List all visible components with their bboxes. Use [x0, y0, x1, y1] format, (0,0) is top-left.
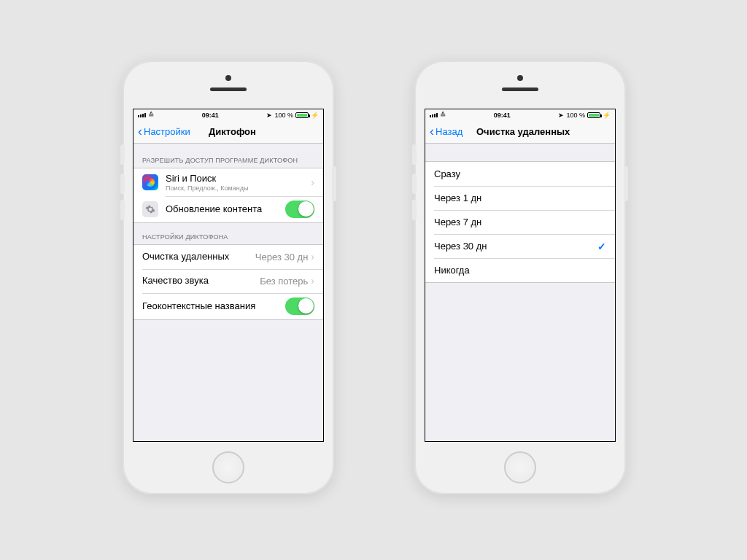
status-bar: ≙ 09:41 ➤ 100 % ⚡: [133, 109, 323, 120]
cellular-icon: [138, 113, 146, 117]
back-button[interactable]: ‹ Настройки: [138, 124, 190, 139]
option-1-day[interactable]: Через 1 дн: [425, 186, 615, 210]
row-subtitle: Поиск, Предлож., Команды: [166, 184, 311, 192]
row-title: Геоконтекстные названия: [142, 300, 255, 312]
siri-icon: [142, 174, 158, 190]
back-label: Настройки: [144, 126, 190, 137]
location-icon: ➤: [558, 112, 564, 119]
speaker-slot: [210, 88, 247, 91]
home-button[interactable]: [212, 451, 244, 483]
status-time: 09:41: [202, 112, 219, 119]
status-right: ➤ 100 % ⚡: [558, 112, 611, 119]
nav-title: Диктофон: [209, 126, 256, 137]
row-title: Siri и Поиск: [166, 173, 311, 184]
list-access: Siri и Поиск Поиск, Предлож., Команды › …: [133, 168, 323, 223]
row-title: Очистка удаленных: [142, 251, 229, 262]
option-label: Никогда: [434, 265, 470, 276]
nav-bar: ‹ Назад Очистка удаленных: [425, 120, 615, 144]
row-content-refresh[interactable]: Обновление контента: [133, 196, 323, 222]
charging-icon: ⚡: [311, 112, 319, 119]
screen-left: ≙ 09:41 ➤ 100 % ⚡ ‹ Настройки Диктофон Р…: [133, 109, 324, 442]
chevron-left-icon: ‹: [138, 124, 142, 139]
chevron-right-icon: ›: [311, 176, 314, 188]
gear-icon: [142, 201, 158, 217]
location-icon: ➤: [266, 112, 272, 119]
option-label: Через 1 дн: [434, 192, 481, 204]
speaker-slot: [502, 88, 538, 91]
chevron-right-icon: ›: [311, 275, 314, 287]
battery-text: 100 %: [274, 112, 293, 119]
chevron-right-icon: ›: [311, 251, 314, 262]
battery-text: 100 %: [566, 112, 585, 119]
row-title: Качество звука: [142, 275, 209, 287]
phone-top-hardware: [414, 61, 626, 106]
option-label: Сразу: [434, 168, 460, 180]
option-label: Через 30 дн: [434, 241, 487, 252]
status-time: 09:41: [494, 112, 511, 119]
status-left: ≙: [138, 111, 154, 119]
charging-icon: ⚡: [603, 112, 611, 119]
row-clear-deleted[interactable]: Очистка удаленных Через 30 дн ›: [133, 245, 323, 269]
status-left: ≙: [430, 111, 446, 119]
row-title: Обновление контента: [166, 203, 285, 215]
back-button[interactable]: ‹ Назад: [430, 124, 462, 139]
cellular-icon: [430, 113, 438, 117]
option-never[interactable]: Никогда: [425, 258, 615, 282]
wifi-icon: ≙: [148, 111, 154, 119]
home-button[interactable]: [504, 451, 536, 483]
phone-top-hardware: [123, 61, 334, 106]
wifi-icon: ≙: [440, 111, 446, 119]
battery-icon: [587, 112, 600, 118]
phone-left: ≙ 09:41 ➤ 100 % ⚡ ‹ Настройки Диктофон Р…: [123, 61, 334, 494]
checkmark-icon: ✓: [597, 241, 606, 252]
row-geo-names[interactable]: Геоконтекстные названия: [133, 293, 323, 319]
list-recorder: Очистка удаленных Через 30 дн › Качество…: [133, 244, 323, 320]
row-audio-quality[interactable]: Качество звука Без потерь ›: [133, 269, 323, 293]
section-header-recorder: НАСТРОЙКИ ДИКТОФОНА: [133, 223, 323, 244]
option-immediately[interactable]: Сразу: [425, 162, 615, 186]
chevron-left-icon: ‹: [430, 124, 434, 139]
screen-right: ≙ 09:41 ➤ 100 % ⚡ ‹ Назад Очистка удален…: [425, 109, 616, 442]
section-header-access: РАЗРЕШИТЬ ДОСТУП ПРОГРАММЕ ДИКТОФОН: [133, 144, 323, 168]
camera-dot: [225, 75, 231, 81]
option-30-days[interactable]: Через 30 дн ✓: [425, 234, 615, 258]
nav-bar: ‹ Настройки Диктофон: [133, 120, 323, 144]
option-label: Через 7 дн: [434, 217, 481, 228]
option-7-days[interactable]: Через 7 дн: [425, 210, 615, 234]
row-value: Через 30 дн: [255, 252, 308, 262]
row-siri-search[interactable]: Siri и Поиск Поиск, Предлож., Команды ›: [133, 168, 323, 196]
list-options: Сразу Через 1 дн Через 7 дн Через 30 дн …: [425, 161, 615, 283]
row-content: Обновление контента: [166, 203, 285, 215]
phone-right: ≙ 09:41 ➤ 100 % ⚡ ‹ Назад Очистка удален…: [414, 61, 626, 494]
status-bar: ≙ 09:41 ➤ 100 % ⚡: [425, 109, 615, 120]
row-value: Без потерь: [260, 276, 308, 287]
status-right: ➤ 100 % ⚡: [266, 112, 319, 119]
nav-title: Очистка удаленных: [476, 126, 570, 137]
battery-icon: [295, 112, 309, 118]
camera-dot: [517, 75, 523, 81]
toggle-geo-names[interactable]: [285, 298, 314, 315]
row-content: Siri и Поиск Поиск, Предлож., Команды: [166, 173, 311, 192]
toggle-content-refresh[interactable]: [285, 201, 314, 218]
back-label: Назад: [436, 126, 462, 137]
